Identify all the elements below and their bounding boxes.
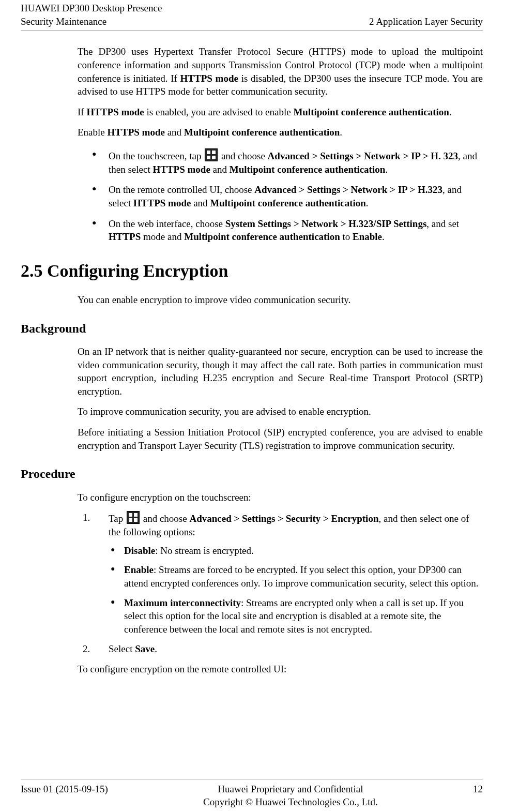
list-item: On the remote controlled UI, choose Adva… bbox=[78, 183, 483, 209]
section-intro-block: You can enable encryption to improve vid… bbox=[78, 293, 483, 307]
paragraph: Before initiating a Session Initiation P… bbox=[78, 426, 483, 452]
subsection-heading: Procedure bbox=[21, 465, 483, 482]
list-item: On the web interface, choose System Sett… bbox=[78, 217, 483, 244]
list-item: On the touchscreen, tap and choose Advan… bbox=[78, 148, 483, 176]
paragraph: To improve communication security, you a… bbox=[78, 405, 483, 418]
page-footer: Issue 01 (2015-09-15) Huawei Proprietary… bbox=[21, 779, 483, 812]
apps-grid-icon bbox=[127, 511, 140, 524]
footer-left: Issue 01 (2015-09-15) bbox=[21, 783, 108, 809]
list-item: Maximum interconnectivity: Streams are e… bbox=[109, 596, 483, 636]
footer-confidential: Huawei Proprietary and Confidential bbox=[203, 783, 378, 796]
background-block: On an IP network that is neither quality… bbox=[78, 345, 483, 452]
footer-page-number: 12 bbox=[473, 783, 483, 809]
paragraph: If HTTPS mode is enabled, you are advise… bbox=[78, 106, 483, 119]
procedure-block: To configure encryption on the touchscre… bbox=[78, 491, 483, 676]
paragraph: You can enable encryption to improve vid… bbox=[78, 293, 483, 307]
list-item: Disable: No stream is encrypted. bbox=[109, 544, 483, 558]
header-title-line1: HUAWEI DP300 Desktop Presence bbox=[21, 2, 162, 15]
ordered-list: 1. Tap and choose Advanced > Settings > … bbox=[78, 511, 483, 655]
footer-center: Huawei Proprietary and Confidential Copy… bbox=[203, 783, 378, 809]
footer-copyright: Copyright © Huawei Technologies Co., Ltd… bbox=[203, 795, 378, 809]
paragraph: Enable HTTPS mode and Multipoint confere… bbox=[78, 126, 483, 139]
list-item: 1. Tap and choose Advanced > Settings > … bbox=[78, 511, 483, 636]
list-item: Enable: Streams are forced to be encrypt… bbox=[109, 563, 483, 590]
apps-grid-icon bbox=[205, 148, 218, 161]
bullet-list: On the touchscreen, tap and choose Advan… bbox=[78, 148, 483, 244]
paragraph: To configure encryption on the remote co… bbox=[78, 663, 483, 676]
subsection-heading: Background bbox=[21, 320, 483, 337]
section-title: 2.5 Configuring Encryption bbox=[21, 259, 483, 283]
step-number: 2. bbox=[83, 642, 90, 656]
list-item: 2. Select Save. bbox=[78, 642, 483, 656]
paragraph: The DP300 uses Hypertext Transfer Protoc… bbox=[78, 45, 483, 98]
header-left: HUAWEI DP300 Desktop Presence Security M… bbox=[21, 2, 162, 28]
nested-bullet-list: Disable: No stream is encrypted. Enable:… bbox=[109, 544, 483, 636]
content-block-1: The DP300 uses Hypertext Transfer Protoc… bbox=[78, 45, 483, 244]
header-title-line2: Security Maintenance bbox=[21, 15, 162, 28]
header-right: 2 Application Layer Security bbox=[369, 15, 483, 28]
document-page: HUAWEI DP300 Desktop Presence Security M… bbox=[0, 0, 519, 812]
step-number: 1. bbox=[83, 511, 90, 524]
paragraph: On an IP network that is neither quality… bbox=[78, 345, 483, 398]
paragraph: To configure encryption on the touchscre… bbox=[78, 491, 483, 504]
page-header: HUAWEI DP300 Desktop Presence Security M… bbox=[21, 0, 483, 31]
